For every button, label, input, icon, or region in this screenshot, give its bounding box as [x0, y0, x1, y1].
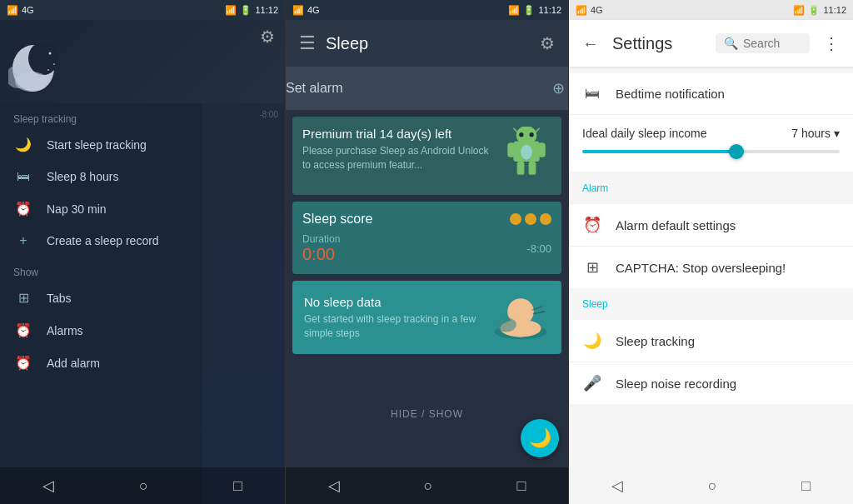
bedtime-notification-item[interactable]: 🛏 Bedtime notification	[569, 73, 853, 115]
status-bar-panel2: 📶 4G 📶 🔋 11:12	[286, 0, 568, 20]
svg-line-23	[533, 312, 545, 314]
status-left-p2: 📶 4G	[292, 5, 320, 16]
add-alarm-icon: ⏰	[13, 355, 33, 371]
alarm-icon: ⏰	[13, 322, 33, 338]
more-icon[interactable]: ⋮	[816, 27, 846, 60]
bed-icon-setting: 🛏	[582, 85, 602, 102]
status-bar-panel1: 📶 4G 📶 🔋 11:12	[0, 0, 285, 20]
moon-illustration	[8, 43, 58, 102]
drawer-header: ⚙	[0, 20, 285, 103]
sleep-tracking-item[interactable]: 🌙 Sleep tracking	[569, 320, 853, 362]
minus-value: -8:00	[526, 242, 551, 255]
sleep-section-label: Sleep	[569, 288, 853, 313]
plus-icon: +	[13, 233, 33, 248]
captcha-item[interactable]: ⊞ CAPTCHA: Stop oversleeping!	[569, 247, 853, 288]
settings-icon[interactable]: ⚙	[260, 27, 275, 47]
home-button[interactable]: ○	[122, 471, 165, 502]
recent-btn-p2[interactable]: □	[501, 471, 543, 502]
nav-bar-panel3: ◁ ○ □	[569, 467, 853, 504]
alarm-default-text: Alarm default settings	[616, 218, 840, 232]
svg-point-13	[519, 132, 523, 137]
sleep-income-label: Ideal daily sleep income	[582, 127, 706, 140]
sleep-slider-thumb[interactable]	[729, 144, 744, 159]
svg-point-5	[53, 63, 55, 65]
battery-icon: 🔋	[240, 5, 252, 16]
header-actions: ⚙	[540, 33, 555, 53]
back-button-settings[interactable]: ←	[576, 27, 606, 60]
back-button[interactable]: ◁	[26, 470, 71, 502]
gear-icon-main[interactable]: ⚙	[540, 33, 555, 53]
dropdown-icon: ▾	[834, 127, 840, 140]
back-btn-p3[interactable]: ◁	[595, 470, 640, 502]
main-header: ☰ Sleep ⚙	[286, 20, 568, 67]
sleep-score-card[interactable]: Sleep score Duration 0:00 -8:00	[292, 202, 561, 274]
duration-col: Duration 0:00	[302, 233, 340, 264]
android-mascot-icon	[501, 127, 551, 185]
recent-btn-p3[interactable]: □	[785, 471, 827, 502]
search-input[interactable]	[743, 37, 801, 50]
alarm-default-item[interactable]: ⏰ Alarm default settings	[569, 204, 853, 247]
premium-card[interactable]: Premium trial 14 day(s) left Please purc…	[292, 117, 561, 195]
svg-rect-12	[529, 162, 536, 175]
alarm-default-label: Alarm default settings	[616, 218, 840, 232]
add-alarm-icon-bar: ⊕	[552, 79, 565, 97]
battery-p3: 🔋	[808, 5, 820, 16]
sleep-income-value-btn[interactable]: 7 hours ▾	[791, 127, 840, 140]
create-record-label: Create a sleep record	[47, 234, 159, 247]
tabs-label: Tabs	[47, 292, 72, 305]
noise-recording-text: Sleep noise recording	[616, 377, 840, 391]
sleep-score-title: Sleep score	[302, 212, 373, 227]
carrier-p2: 4G	[307, 5, 320, 15]
recent-button[interactable]: □	[217, 471, 259, 502]
duration-label: Duration	[302, 233, 340, 245]
battery-p2: 🔋	[523, 5, 535, 16]
no-sleep-title: No sleep data	[304, 295, 481, 309]
hamburger-icon[interactable]: ☰	[299, 32, 316, 54]
home-btn-p2[interactable]: ○	[407, 471, 450, 502]
time-p2: 11:12	[538, 5, 561, 15]
dot-2	[525, 213, 536, 225]
bedtime-section: 🛏 Bedtime notification Ideal daily sleep…	[569, 73, 853, 172]
svg-point-15	[521, 145, 532, 160]
settings-header: ← Settings 🔍 ⋮	[569, 20, 853, 67]
search-icon: 🔍	[724, 37, 738, 50]
app-title: Sleep	[326, 34, 540, 53]
time-p3: 11:12	[823, 5, 846, 15]
nap-label: Nap 30 min	[47, 202, 107, 216]
search-box[interactable]: 🔍	[716, 33, 810, 53]
noise-recording-icon: 🎤	[582, 374, 602, 392]
premium-title: Premium trial 14 day(s) left	[302, 127, 491, 141]
bed-icon: 🛏	[13, 169, 33, 184]
wifi-p3: 📶	[793, 5, 805, 16]
bedtime-text: Bedtime notification	[616, 87, 840, 101]
svg-rect-11	[517, 162, 525, 175]
svg-line-16	[513, 128, 517, 132]
set-alarm-label: Set alarm	[286, 81, 342, 96]
no-sleep-card[interactable]: No sleep data Get started with sleep tra…	[292, 281, 561, 354]
home-btn-p3[interactable]: ○	[691, 471, 734, 502]
sim-icon-p2: 📶	[292, 5, 304, 16]
no-sleep-text: No sleep data Get started with sleep tra…	[304, 295, 481, 341]
sleep-slider-track[interactable]	[582, 150, 840, 153]
back-btn-p2[interactable]: ◁	[312, 470, 357, 502]
svg-point-6	[47, 69, 49, 71]
alarm-section: ⏰ Alarm default settings ⊞ CAPTCHA: Stop…	[569, 204, 853, 288]
carrier-label: 4G	[22, 5, 34, 15]
drawer-panel: 📶 4G 📶 🔋 11:12 ⚙ -8:00 Sleep tra	[0, 0, 285, 504]
alarm-default-icon: ⏰	[582, 216, 602, 234]
duration-value: 0:00	[302, 245, 340, 264]
fab-moon-icon: 🌙	[529, 427, 551, 449]
set-alarm-bar[interactable]: Set alarm ⊕	[286, 67, 568, 110]
time-label: 11:12	[255, 5, 278, 15]
noise-recording-item[interactable]: 🎤 Sleep noise recording	[569, 362, 853, 404]
premium-desc: Please purchase Sleep as Android Unlock …	[302, 144, 491, 172]
settings-panel: 📶 4G 📶 🔋 11:12 ← Settings 🔍 ⋮ 🛏 Bedtime …	[569, 0, 853, 504]
svg-rect-9	[507, 142, 515, 157]
sleep-tracking-label: Sleep tracking	[616, 334, 840, 348]
bedtime-label: Bedtime notification	[616, 87, 840, 101]
fab-button[interactable]: 🌙	[521, 419, 559, 457]
alarm-section-label: Alarm	[569, 172, 853, 197]
svg-point-4	[49, 52, 52, 55]
svg-line-17	[536, 128, 540, 132]
sleep-tracking-icon: 🌙	[582, 332, 602, 350]
